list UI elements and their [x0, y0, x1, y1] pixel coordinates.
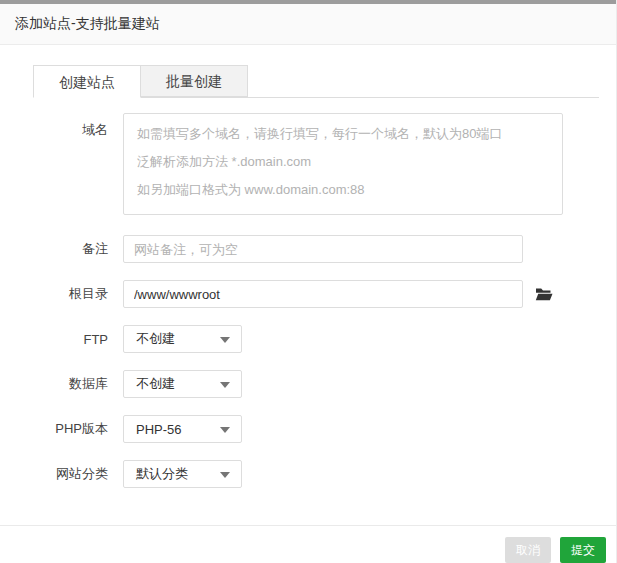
ftp-select[interactable]: 不创建 — [123, 325, 242, 353]
tab-bar: 创建站点 批量创建 — [33, 65, 599, 98]
tab-batch-create[interactable]: 批量创建 — [141, 65, 248, 97]
chevron-down-icon — [220, 427, 230, 433]
site-category-row: 网站分类 默认分类 — [0, 460, 616, 488]
submit-button[interactable]: 提交 — [560, 537, 606, 563]
remark-input[interactable] — [123, 235, 523, 263]
php-version-select-value: PHP-56 — [136, 422, 182, 437]
chevron-down-icon — [220, 382, 230, 388]
database-row: 数据库 不创建 — [0, 370, 616, 398]
ftp-row: FTP 不创建 — [0, 325, 616, 353]
root-directory-input[interactable] — [123, 280, 523, 308]
cancel-button[interactable]: 取消 — [505, 537, 551, 563]
site-category-label: 网站分类 — [0, 465, 108, 483]
root-directory-label: 根目录 — [0, 285, 108, 303]
tab-create-site[interactable]: 创建站点 — [33, 65, 141, 98]
chevron-down-icon — [220, 337, 230, 343]
remark-label: 备注 — [0, 240, 108, 258]
site-category-select-value: 默认分类 — [136, 465, 188, 483]
domain-textarea[interactable] — [123, 113, 563, 215]
remark-row: 备注 — [0, 235, 616, 263]
database-label: 数据库 — [0, 375, 108, 393]
add-site-form: 域名 备注 根目录 FTP 不创建 — [0, 113, 616, 488]
domain-label: 域名 — [0, 113, 108, 139]
ftp-label: FTP — [0, 332, 108, 347]
php-version-row: PHP版本 PHP-56 — [0, 415, 616, 443]
chevron-down-icon — [220, 472, 230, 478]
database-select[interactable]: 不创建 — [123, 370, 242, 398]
site-category-select[interactable]: 默认分类 — [123, 460, 242, 488]
domain-row: 域名 — [0, 113, 616, 215]
database-select-value: 不创建 — [136, 375, 175, 393]
ftp-select-value: 不创建 — [136, 330, 175, 348]
dialog-title-bar: 添加站点-支持批量建站 — [0, 4, 616, 45]
php-version-select[interactable]: PHP-56 — [123, 415, 242, 443]
root-directory-row: 根目录 — [0, 280, 616, 308]
folder-icon[interactable] — [535, 287, 553, 301]
php-version-label: PHP版本 — [0, 420, 108, 438]
dialog-footer: 取消 提交 — [0, 525, 616, 563]
dialog-title: 添加站点-支持批量建站 — [15, 15, 160, 33]
